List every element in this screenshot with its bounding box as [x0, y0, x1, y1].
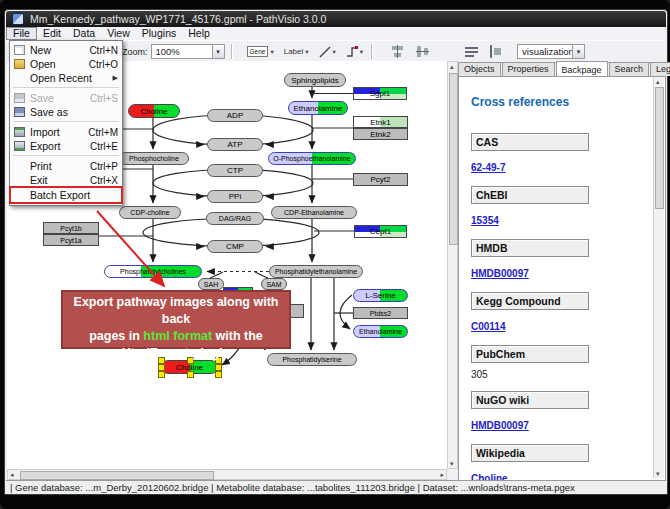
- pathway-node-etnk1[interactable]: Etnk1: [353, 116, 408, 128]
- vertical-scroll-thumb[interactable]: [449, 73, 458, 245]
- menu-item-label: Batch Export: [30, 189, 110, 201]
- tab-objects[interactable]: Objects: [458, 62, 501, 76]
- file-menu-item-batch-export[interactable]: Batch Export: [10, 187, 122, 203]
- pathway-node-phosphatidylserine[interactable]: Phosphatidylserine: [267, 353, 357, 366]
- scroll-up-icon[interactable]: ▴: [450, 62, 454, 71]
- scroll-left-icon[interactable]: ◂: [10, 470, 14, 479]
- selection-handle[interactable]: [215, 364, 222, 371]
- pathway-node-choline[interactable]: Choline: [128, 104, 180, 118]
- tab-backpage[interactable]: Backpage: [556, 61, 608, 77]
- menu-edit[interactable]: Edit: [37, 27, 67, 40]
- file-menu-item-open-recent[interactable]: Open Recent▶: [10, 71, 122, 85]
- pathway-node-o-phosphoethanolamine[interactable]: O-Phosphoethanolamine: [268, 152, 356, 165]
- pathway-node-cdp-choline[interactable]: CDP-choline: [119, 206, 181, 219]
- pathway-node-ptdss2[interactable]: Ptdss2: [353, 307, 408, 319]
- label-tool-button[interactable]: Label▾: [282, 44, 311, 59]
- visualization-combobox[interactable]: visualization ▾: [517, 44, 585, 59]
- pathway-node-phosphatidylcholines[interactable]: Phosphatidylcholines: [104, 265, 202, 278]
- selection-handle[interactable]: [187, 371, 194, 378]
- crossref-link[interactable]: C00114: [471, 321, 505, 332]
- chevron-down-icon: ▾: [305, 48, 308, 56]
- scroll-up-icon[interactable]: ▴: [656, 77, 660, 86]
- menu-bar: FileEditDataViewPluginsHelp: [6, 27, 666, 40]
- selection-handle[interactable]: [215, 371, 222, 378]
- pathway-node-cmp[interactable]: CMP: [207, 240, 263, 253]
- file-menu-item-open[interactable]: OpenCtrl+O: [10, 57, 122, 71]
- menu-plugins[interactable]: Plugins: [136, 27, 182, 40]
- tab-search[interactable]: Search: [609, 62, 650, 76]
- chevron-down-icon: ▾: [270, 48, 273, 56]
- file-menu-item-import[interactable]: ImportCtrl+M: [10, 125, 122, 139]
- selection-handle[interactable]: [158, 371, 165, 378]
- canvas-horizontal-scrollbar[interactable]: ◂ ▸: [7, 469, 447, 480]
- pathway-node-dag-rag[interactable]: DAG/RAG: [206, 212, 264, 225]
- pathway-node-ethanolamine[interactable]: Ethanolamine: [288, 101, 348, 115]
- toolbar-separator: [371, 44, 373, 59]
- scroll-down-icon[interactable]: ▾: [656, 469, 660, 478]
- menu-file[interactable]: File: [6, 27, 37, 40]
- pathway-node-cdp-ethanolamine[interactable]: CDP-Ethanolamine: [271, 206, 357, 219]
- callout-highlight: html format: [143, 329, 212, 343]
- file-menu-item-exit[interactable]: ExitCtrl+X: [10, 173, 122, 187]
- menu-help[interactable]: Help: [182, 27, 216, 40]
- crossref-link[interactable]: 15354: [471, 215, 499, 226]
- line-tool-button[interactable]: ▾: [317, 44, 338, 59]
- align-middle-icon[interactable]: [416, 45, 429, 58]
- menu-view[interactable]: View: [101, 27, 136, 40]
- crossref-link[interactable]: HMDB00097: [471, 420, 529, 431]
- tab-properties[interactable]: Properties: [502, 62, 555, 76]
- zoom-dropdown-icon[interactable]: ▾: [212, 45, 224, 58]
- file-menu-item-save[interactable]: SaveCtrl+S: [10, 91, 122, 105]
- crossref-link[interactable]: HMDB00097: [471, 268, 529, 279]
- menu-data[interactable]: Data: [67, 27, 101, 40]
- menu-item-label: Export: [30, 140, 82, 152]
- pathway-node-phosphatidylethanolamine[interactable]: Phosphatidylethanolamine: [269, 265, 363, 278]
- panel-scroll-thumb[interactable]: [655, 87, 664, 209]
- pathway-node-sphingolipids[interactable]: Sphingolipids: [284, 73, 346, 87]
- new-file-icon: [14, 45, 25, 55]
- pathway-node-phosphocholine[interactable]: Phosphocholine: [119, 152, 189, 165]
- label-tool-icon: Label: [284, 47, 304, 56]
- crossref-link[interactable]: 62-49-7: [471, 162, 505, 173]
- menu-item-label: Open: [30, 58, 81, 70]
- pathway-node-ctp[interactable]: CTP: [207, 164, 263, 177]
- align-center-icon[interactable]: [391, 45, 404, 58]
- status-bar: | Gene database: ...m_Derby_20120602.bri…: [6, 480, 666, 493]
- pathway-node-pcyt1a[interactable]: Pcyt1a: [43, 234, 99, 246]
- crossref-section-cas: CAS62-49-7: [471, 133, 665, 175]
- selection-handle[interactable]: [158, 364, 165, 371]
- title-bar[interactable]: Mm_Kennedy_pathway_WP1771_45176.gpml - P…: [6, 11, 666, 27]
- pathway-node-etnk2[interactable]: Etnk2: [353, 128, 408, 140]
- scroll-right-icon[interactable]: ▸: [440, 470, 444, 479]
- gene-tool-button[interactable]: Gene▾: [245, 44, 276, 59]
- menu-item-label: Open Recent: [30, 72, 105, 84]
- file-menu-item-export[interactable]: ExportCtrl+E: [10, 139, 122, 153]
- file-menu-item-print[interactable]: PrintCtrl+P: [10, 159, 122, 173]
- pathway-node-pcyt2[interactable]: Pcyt2: [353, 173, 408, 186]
- pathway-node-adp[interactable]: ADP: [207, 109, 263, 122]
- zoom-combobox[interactable]: 100% ▾: [151, 44, 225, 59]
- pathway-node-sgpl1[interactable]: Sgpl1: [353, 87, 407, 100]
- stack-icon[interactable]: [465, 45, 478, 58]
- pathway-node-sam[interactable]: SAM: [261, 278, 287, 290]
- pathway-node-atp[interactable]: ATP: [207, 138, 263, 151]
- panel-scrollbar[interactable]: ▴ ▾: [653, 77, 664, 478]
- visualization-dropdown-icon[interactable]: ▾: [572, 45, 584, 58]
- file-menu-item-new[interactable]: NewCtrl+N: [10, 43, 122, 57]
- backpage-panel: Cross references CAS62-49-7ChEBI15354HMD…: [458, 76, 666, 481]
- tab-legend[interactable]: Legend: [650, 62, 670, 76]
- pathway-node-l-serine[interactable]: L-Serine: [353, 289, 408, 302]
- file-menu-item-save-as[interactable]: Save as: [10, 105, 122, 119]
- pathway-node-cept1[interactable]: Cept1: [354, 225, 407, 238]
- pathway-node-ethanolamine[interactable]: Ethanolamine: [353, 325, 408, 338]
- group-icon[interactable]: [490, 45, 503, 58]
- pathway-node-sah[interactable]: SAH: [198, 278, 224, 290]
- horizontal-scroll-thumb[interactable]: [20, 471, 214, 480]
- no-icon: [14, 190, 25, 200]
- crossref-value: 305: [471, 369, 665, 380]
- canvas-vertical-scrollbar[interactable]: ▴ ▾: [447, 61, 458, 469]
- pathway-node-ppi[interactable]: PPi: [207, 190, 263, 203]
- pathway-node-pcyt1b[interactable]: Pcyt1b: [43, 222, 99, 234]
- connector-tool-button[interactable]: ▾: [344, 44, 365, 59]
- scroll-down-icon[interactable]: ▾: [450, 459, 454, 468]
